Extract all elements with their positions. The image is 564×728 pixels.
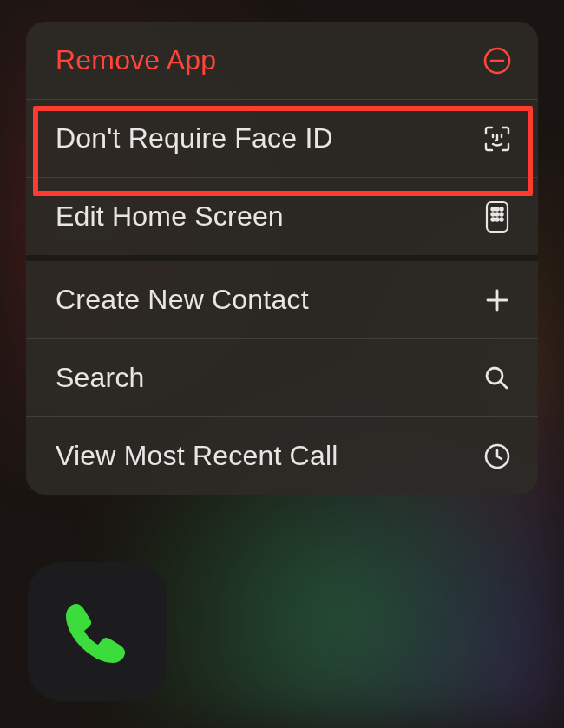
- menu-item-create-new-contact[interactable]: Create New Contact: [26, 261, 538, 339]
- menu-item-label: Edit Home Screen: [56, 200, 284, 233]
- svg-point-10: [500, 213, 502, 215]
- svg-point-12: [495, 218, 498, 220]
- menu-item-dont-require-faceid[interactable]: Don't Require Face ID: [26, 100, 538, 178]
- menu-item-label: Remove App: [56, 44, 216, 76]
- menu-item-label: Search: [56, 362, 145, 394]
- clock-icon: [482, 442, 512, 471]
- menu-item-edit-home-screen[interactable]: Edit Home Screen: [26, 178, 538, 261]
- faceid-icon: [482, 124, 512, 154]
- remove-circle-icon: [482, 46, 512, 75]
- svg-point-9: [495, 213, 498, 215]
- menu-item-label: View Most Recent Call: [56, 440, 338, 472]
- svg-point-13: [500, 218, 502, 220]
- svg-point-6: [495, 207, 498, 210]
- menu-item-label: Create New Contact: [56, 284, 309, 316]
- svg-point-8: [491, 213, 494, 215]
- search-icon: [482, 364, 512, 393]
- context-menu: Remove App Don't Require Face ID Edit Ho: [26, 22, 538, 495]
- phone-handset-icon: [54, 588, 141, 675]
- menu-item-search[interactable]: Search: [26, 339, 538, 417]
- svg-point-7: [500, 207, 502, 210]
- phone-app-icon[interactable]: [28, 562, 167, 701]
- plus-icon: [482, 285, 512, 315]
- apps-grid-icon: [482, 202, 512, 232]
- svg-point-5: [491, 207, 494, 210]
- menu-item-remove-app[interactable]: Remove App: [26, 22, 538, 100]
- svg-point-11: [491, 218, 494, 220]
- menu-item-view-most-recent-call[interactable]: View Most Recent Call: [26, 417, 538, 495]
- svg-line-17: [501, 382, 507, 388]
- svg-rect-4: [487, 202, 508, 232]
- menu-item-label: Don't Require Face ID: [56, 122, 333, 154]
